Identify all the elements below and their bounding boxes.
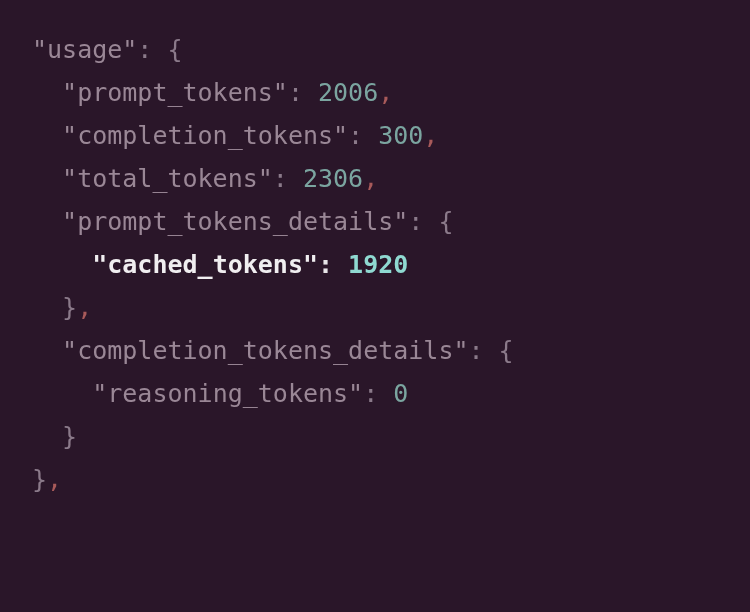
open-brace: { <box>438 207 453 236</box>
colon: : <box>273 164 303 193</box>
colon: : <box>348 121 378 150</box>
value-prompt-tokens: 2006 <box>318 78 378 107</box>
colon: : <box>318 250 348 279</box>
close-brace: } <box>62 293 77 322</box>
colon: : <box>408 207 438 236</box>
code-block: "usage": { "prompt_tokens": 2006, "compl… <box>32 28 718 501</box>
key-reasoning-tokens: "reasoning_tokens" <box>92 379 363 408</box>
key-completion-tokens-details: "completion_tokens_details" <box>62 336 468 365</box>
colon: : <box>363 379 393 408</box>
colon: : <box>469 336 499 365</box>
comma: , <box>77 293 92 322</box>
comma: , <box>363 164 378 193</box>
key-prompt-tokens: "prompt_tokens" <box>62 78 288 107</box>
comma: , <box>47 465 62 494</box>
key-completion-tokens: "completion_tokens" <box>62 121 348 150</box>
key-usage: "usage" <box>32 35 137 64</box>
value-completion-tokens: 300 <box>378 121 423 150</box>
close-brace: } <box>32 465 47 494</box>
key-cached-tokens: "cached_tokens" <box>92 250 318 279</box>
comma: , <box>378 78 393 107</box>
key-total-tokens: "total_tokens" <box>62 164 273 193</box>
colon: : <box>288 78 318 107</box>
open-brace: { <box>499 336 514 365</box>
close-brace: } <box>62 422 77 451</box>
value-cached-tokens: 1920 <box>348 250 408 279</box>
comma: , <box>423 121 438 150</box>
open-brace: { <box>167 35 182 64</box>
colon: : <box>137 35 167 64</box>
value-reasoning-tokens: 0 <box>393 379 408 408</box>
key-prompt-tokens-details: "prompt_tokens_details" <box>62 207 408 236</box>
value-total-tokens: 2306 <box>303 164 363 193</box>
